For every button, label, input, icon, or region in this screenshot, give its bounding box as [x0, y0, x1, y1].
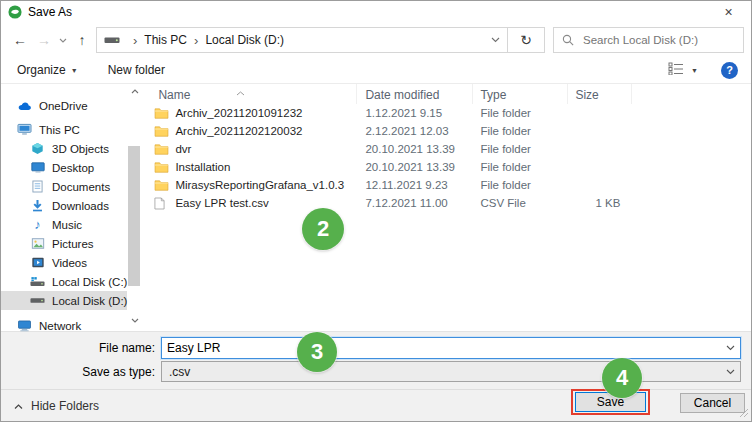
up-button[interactable]: ↑: [70, 28, 94, 52]
file-name: MirasysReportingGrafana_v1.0.3: [175, 179, 344, 191]
back-button[interactable]: ←: [8, 28, 32, 52]
sidebar-item-pictures[interactable]: Pictures: [1, 234, 127, 253]
search-input[interactable]: [581, 33, 739, 47]
navigation-pane: OneDrive This PC 3D Objects Desktop: [1, 84, 127, 331]
views-dropdown-caret[interactable]: ▼: [691, 67, 698, 74]
sidebar-label: Documents: [52, 181, 110, 193]
folder-icon: [154, 143, 170, 156]
window-title: Save As: [28, 5, 72, 19]
annotation-badge-3: 3: [297, 332, 337, 372]
column-header-date-modified[interactable]: Date modified: [357, 84, 473, 104]
table-row[interactable]: Installation 20.10.2021 13.39 File folde…: [144, 158, 751, 176]
new-folder-button[interactable]: New folder: [108, 63, 165, 77]
table-row[interactable]: Archiv_20211202120032 2.12.2021 12.03 Fi…: [144, 122, 751, 140]
drive-icon: [30, 294, 45, 308]
sidebar-item-onedrive[interactable]: OneDrive: [1, 96, 127, 115]
breadcrumb-separator[interactable]: ›: [126, 33, 144, 48]
hide-folders-label: Hide Folders: [31, 399, 99, 413]
chevron-up-icon: [14, 399, 23, 413]
main-area: OneDrive This PC 3D Objects Desktop: [1, 84, 751, 332]
sidebar-label: Music: [52, 219, 82, 231]
file-name-input[interactable]: [161, 337, 741, 359]
breadcrumb-this-pc[interactable]: This PC: [144, 33, 187, 47]
sidebar-label: Pictures: [52, 238, 94, 250]
table-row[interactable]: Easy LPR test.csv 7.12.2021 11.00 CSV Fi…: [144, 194, 751, 212]
download-arrow-icon: [30, 199, 45, 213]
annotation-badge-2: 2: [302, 208, 344, 250]
sidebar-item-downloads[interactable]: Downloads: [1, 196, 127, 215]
breadcrumb-separator[interactable]: ›: [187, 33, 205, 48]
sidebar-item-documents[interactable]: Documents: [1, 177, 127, 196]
sidebar-label: 3D Objects: [52, 143, 109, 155]
forward-button: →: [32, 28, 56, 52]
file-name: Easy LPR test.csv: [175, 197, 268, 209]
scroll-up-icon[interactable]: [129, 87, 141, 96]
sidebar-label: Downloads: [52, 200, 109, 212]
folder-icon: [154, 179, 170, 192]
csv-file-icon: [154, 197, 170, 210]
sidebar-label: This PC: [39, 124, 80, 136]
sidebar-item-videos[interactable]: Videos: [1, 253, 127, 272]
address-dropdown-button[interactable]: [483, 28, 507, 52]
folder-icon: [154, 125, 170, 138]
onedrive-cloud-icon: [17, 99, 32, 113]
organize-label: Organize: [17, 63, 66, 77]
refresh-button[interactable]: ↻: [508, 32, 544, 48]
sidebar-scrollbar[interactable]: [127, 84, 144, 331]
sidebar-label: Videos: [52, 257, 87, 269]
picture-icon: [30, 237, 45, 251]
search-icon: [562, 34, 574, 46]
sidebar-item-music[interactable]: ♪ Music: [1, 215, 127, 234]
sidebar-item-this-pc[interactable]: This PC: [1, 120, 127, 139]
sort-ascending-icon: [236, 85, 245, 99]
desktop-icon: [30, 161, 45, 175]
save-as-type-dropdown[interactable]: .csv: [161, 361, 741, 382]
recent-locations-button[interactable]: [56, 38, 70, 43]
hide-folders-button[interactable]: Hide Folders: [14, 399, 99, 413]
close-button[interactable]: ×: [706, 1, 751, 23]
video-icon: [30, 256, 45, 270]
table-row[interactable]: dvr 20.10.2021 13.39 File folder: [144, 140, 751, 158]
sidebar-item-local-disk-d[interactable]: Local Disk (D:): [1, 291, 127, 310]
network-icon: [17, 319, 32, 333]
cancel-button[interactable]: Cancel: [680, 393, 745, 413]
folder-icon: [154, 161, 170, 174]
column-header-type[interactable]: Type: [473, 84, 568, 104]
new-folder-label: New folder: [108, 63, 165, 77]
save-as-type-value: .csv: [169, 365, 190, 379]
file-list: Name Date modified Type Size Archiv_2021…: [144, 84, 751, 331]
os-drive-icon: [30, 275, 45, 289]
organize-button[interactable]: Organize ▼: [17, 63, 78, 77]
chevron-down-icon: ▼: [71, 67, 78, 74]
file-name: Archiv_20211202120032: [175, 125, 302, 137]
sidebar-label: Desktop: [52, 162, 94, 174]
file-name: dvr: [175, 143, 191, 155]
computer-icon: [17, 123, 32, 137]
sidebar-label: Local Disk (C:): [52, 276, 127, 288]
sidebar-item-desktop[interactable]: Desktop: [1, 158, 127, 177]
chevron-down-icon[interactable]: [726, 369, 735, 375]
document-icon: [30, 180, 45, 194]
address-bar[interactable]: › This PC › Local Disk (D:) ↻: [96, 27, 545, 53]
views-icon[interactable]: [668, 62, 684, 78]
table-row[interactable]: MirasysReportingGrafana_v1.0.3 12.11.202…: [144, 176, 751, 194]
sidebar-label: OneDrive: [39, 100, 88, 112]
sidebar-item-3d-objects[interactable]: 3D Objects: [1, 139, 127, 158]
breadcrumb-local-disk-d[interactable]: Local Disk (D:): [205, 33, 284, 47]
file-name: Installation: [175, 161, 230, 173]
folder-icon: [154, 107, 170, 120]
file-name-label: File name:: [1, 341, 161, 355]
column-header-name[interactable]: Name: [144, 84, 357, 104]
app-logo-icon: [8, 5, 22, 19]
chevron-down-icon[interactable]: [726, 345, 735, 351]
search-box[interactable]: [553, 27, 744, 53]
table-row[interactable]: Archiv_20211201091232 1.12.2021 9.15 Fil…: [144, 104, 751, 122]
sidebar-label: Local Disk (D:): [52, 295, 127, 307]
scroll-down-icon[interactable]: [129, 316, 141, 325]
annotation-badge-4: 4: [602, 358, 642, 398]
scrollbar-thumb[interactable]: [128, 146, 140, 286]
help-button[interactable]: ?: [721, 62, 738, 79]
file-name: Archiv_20211201091232: [175, 107, 302, 119]
sidebar-item-local-disk-c[interactable]: Local Disk (C:): [1, 272, 127, 291]
column-header-size[interactable]: Size: [568, 84, 632, 104]
